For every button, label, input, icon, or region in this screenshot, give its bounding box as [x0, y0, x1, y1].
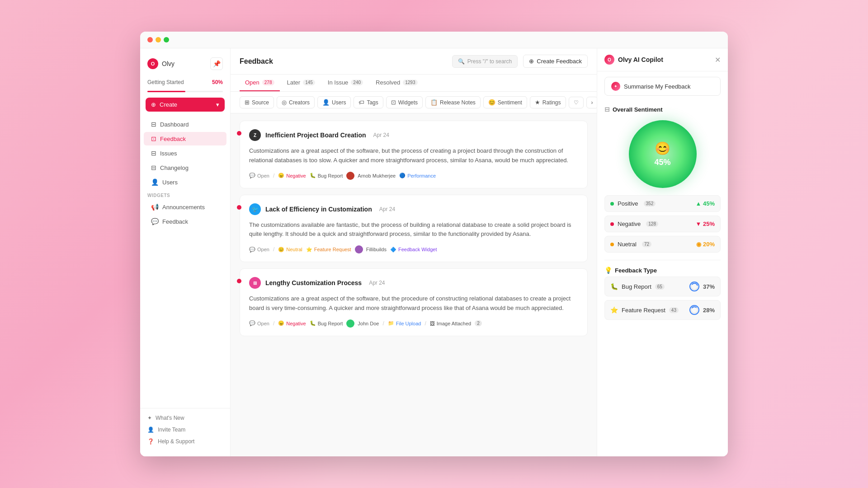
close-button[interactable] — [147, 37, 153, 42]
user-label: Arnob Mukherjee — [358, 173, 396, 178]
status-label: Open — [257, 173, 269, 178]
issues-icon: ⊟ — [151, 150, 156, 157]
sidebar-item-users[interactable]: 👤 Users — [144, 175, 226, 189]
sidebar-item-label: Announcements — [162, 204, 205, 211]
help-support-nav[interactable]: ❓ Help & Support — [140, 436, 230, 447]
filter-users[interactable]: 👤 Users — [317, 96, 351, 108]
perf-label: Performance — [407, 173, 436, 178]
panel-title-wrap: O Olvy AI Copilot — [604, 55, 663, 65]
sidebar-item-feedback-widget[interactable]: 💬 Feedback — [144, 215, 226, 228]
feature-request-bar: ⭐ Feature Request 43 28% — [604, 300, 721, 320]
getting-started: Getting Started 50% — [140, 75, 230, 89]
filter-more[interactable]: › — [586, 97, 597, 108]
filter-ratings[interactable]: ★ Ratings — [530, 96, 566, 108]
minimize-button[interactable] — [156, 37, 161, 42]
filter-sentiment-label: Sentiment — [498, 99, 522, 106]
tabs-row: Open 278 Later 145 In Issue 240 Resolved… — [231, 75, 597, 92]
maximize-button[interactable] — [164, 37, 169, 42]
tab-in-issue[interactable]: In Issue 240 — [322, 75, 368, 91]
filter-source[interactable]: ⊞ Source — [240, 96, 274, 108]
sidebar-item-label: Feedback — [160, 136, 186, 142]
sidebar-item-label: Dashboard — [160, 121, 189, 128]
tab-resolved-count: 1293 — [403, 80, 417, 85]
summarise-button[interactable]: ✦ Summarise My Feedback — [604, 77, 721, 96]
filter-creators-label: Creators — [289, 99, 310, 106]
search-placeholder: Press "/" to search — [467, 58, 512, 65]
filter-creators[interactable]: ◎ Creators — [277, 96, 315, 108]
whats-new-nav[interactable]: ✦ What's New — [140, 412, 230, 424]
card-body: The customizations available are fantast… — [249, 221, 578, 239]
feed-card-3[interactable]: ⊞ Lengthy Customization Process Apr 24 C… — [240, 268, 588, 336]
tab-open-count: 278 — [262, 80, 274, 85]
create-button[interactable]: ⊕ Create ▾ — [146, 98, 225, 112]
sidebar-bottom: ✦ What's New 👤 Invite Team ❓ Help & Supp… — [140, 408, 230, 451]
invite-team-nav[interactable]: 👤 Invite Team — [140, 424, 230, 436]
widget-label: Feedback Widget — [398, 247, 437, 252]
feedback-type-bars: 🐛 Bug Report 65 37% — [597, 277, 728, 325]
positive-dot — [610, 202, 614, 206]
overall-sentiment-label: Overall Sentiment — [613, 106, 663, 113]
overall-sentiment-section: ⊟ Overall Sentiment — [597, 101, 728, 116]
sidebar-item-dashboard[interactable]: ⊟ Dashboard — [144, 117, 226, 131]
source-icon: ⊞ — [245, 99, 250, 106]
filter-widgets[interactable]: ⊡ Widgets — [386, 96, 423, 108]
card-date: Apr 24 — [369, 280, 385, 286]
bug-report-label: Bug Report — [622, 283, 651, 290]
feed-card-1[interactable]: Z Inefficient Project Board Creation Apr… — [240, 121, 588, 188]
sidebar-item-issues[interactable]: ⊟ Issues — [144, 146, 226, 160]
tag-user: Arnob Mukherjee — [346, 172, 396, 180]
bug-report-pct: 37% — [703, 283, 715, 290]
sidebar-logo: O Olvy 📌 — [140, 54, 230, 75]
performance-icon: 🔵 — [399, 173, 406, 178]
create-feedback-button[interactable]: ⊕ Create Feedback — [523, 55, 588, 68]
card-body: Customizations are a great aspect of the… — [249, 294, 578, 313]
right-panel: O Olvy AI Copilot ✕ ✦ Summarise My Feedb… — [597, 48, 728, 456]
status-icon: 💬 — [249, 173, 255, 178]
negative-icon: 😠 — [278, 320, 284, 326]
tab-open[interactable]: Open 278 — [240, 75, 280, 91]
tag-separator: / — [273, 320, 274, 327]
card-title: Lack of Efficiency in Customization — [265, 206, 372, 213]
logo-icon: O — [147, 58, 158, 69]
tag-status: 💬 Open — [249, 247, 269, 253]
tab-later[interactable]: Later 145 — [282, 75, 321, 91]
summarise-icon: ✦ — [611, 82, 620, 91]
widget-icon: 🔷 — [390, 247, 396, 253]
tab-resolved-label: Resolved — [376, 79, 400, 86]
dashboard-icon: ⊟ — [151, 121, 156, 128]
file-icon: 📁 — [388, 320, 394, 326]
progress-pct: 50% — [212, 79, 223, 85]
panel-logo: O — [604, 55, 614, 65]
filter-release-notes[interactable]: 📋 Release Notes — [425, 96, 481, 108]
card-title: Inefficient Project Board Creation — [265, 131, 366, 139]
ratings-icon: ★ — [535, 99, 540, 106]
file-label: File Upload — [396, 321, 421, 326]
tab-resolved[interactable]: Resolved 1293 — [370, 75, 423, 91]
sidebar-item-announcements[interactable]: 📢 Announcements — [144, 200, 226, 214]
close-icon[interactable]: ✕ — [715, 56, 721, 64]
filter-sentiment[interactable]: 😊 Sentiment — [483, 96, 527, 108]
filter-tags[interactable]: 🏷 Tags — [354, 96, 383, 108]
feed-card-2[interactable]: 🐦 Lack of Efficiency in Customization Ap… — [240, 195, 588, 263]
sidebar-pin[interactable]: 📌 — [210, 57, 223, 70]
getting-started-label: Getting Started — [147, 79, 184, 85]
invite-team-label: Invite Team — [158, 427, 185, 433]
tag-separator: / — [273, 246, 274, 253]
sidebar-item-feedback[interactable]: ⊡ Feedback — [144, 132, 226, 145]
filter-heart[interactable]: ♡ — [569, 97, 584, 108]
negative-dot — [610, 222, 614, 226]
whats-new-icon: ✦ — [147, 415, 152, 421]
tab-in-issue-count: 240 — [351, 80, 363, 85]
tag-sentiment: 😠 Negative — [278, 173, 306, 178]
negative-pct: ▼ 25% — [695, 221, 715, 227]
tag-file-upload: 📁 File Upload — [388, 320, 421, 326]
tag-image-attached: 🖼 Image Attached 2 — [430, 320, 482, 326]
sentiment-pct: 45% — [654, 158, 670, 167]
tag-sentiment: 😠 Negative — [278, 320, 306, 326]
card-header: ⊞ Lengthy Customization Process Apr 24 — [249, 277, 578, 289]
sidebar-item-changelog[interactable]: ⊟ Changelog — [144, 161, 226, 174]
negative-icon: 😠 — [278, 173, 284, 178]
header-actions: 🔍 Press "/" to search ⊕ Create Feedback — [452, 55, 588, 68]
main-content: Feedback 🔍 Press "/" to search ⊕ Create … — [231, 48, 597, 456]
search-bar[interactable]: 🔍 Press "/" to search — [452, 55, 518, 68]
